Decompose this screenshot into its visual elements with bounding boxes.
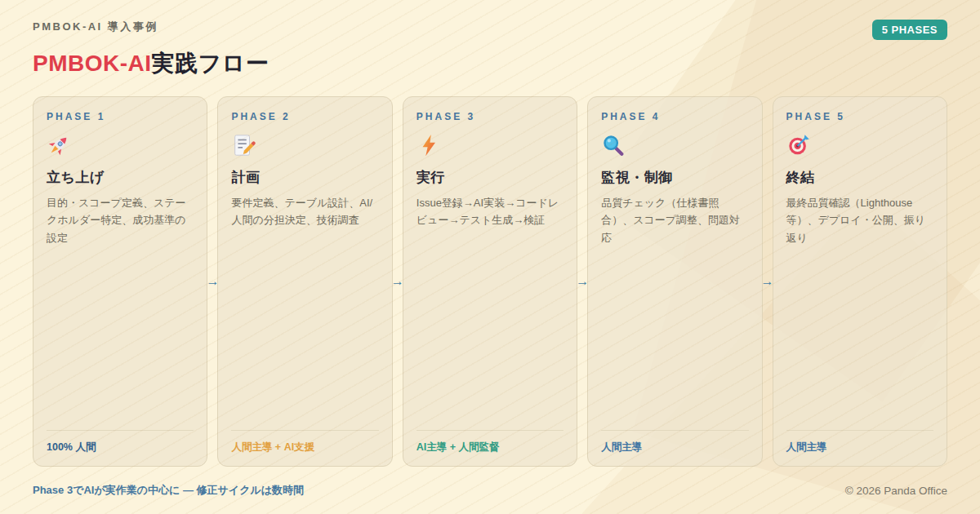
page-eyebrow: PMBOK-AI 導入事例 xyxy=(33,20,947,34)
flow-footnote: Phase 3でAIが実作業の中心に — 修正サイクルは数時間 xyxy=(33,483,304,498)
flow-arrow-icon: → xyxy=(206,274,219,289)
phase-title: 立ち上げ xyxy=(47,168,194,187)
page-title-accent: PMBOK-AI xyxy=(33,51,152,76)
phase-flow: PHASE 1 立ち上げ 目的・スコープ定義、ステークホルダー特定、成功基準の設… xyxy=(33,96,947,467)
phase-card: PHASE 4 監視・制御 品質チェック（仕様書照合）、スコープ調整、問題対応 … xyxy=(587,96,762,467)
rocket-icon xyxy=(47,133,71,157)
phase-label: PHASE 1 xyxy=(47,111,194,122)
phase-ownership-label: 人間主導 xyxy=(601,430,748,454)
phase-description: 目的・スコープ定義、ステークホルダー特定、成功基準の設定 xyxy=(47,194,194,246)
phase-title: 計画 xyxy=(231,168,378,187)
target-icon xyxy=(786,133,811,157)
phase-description: 最終品質確認（Lighthouse等）、デプロイ・公開、振り返り xyxy=(786,194,933,246)
phase-ownership-label: AI主導 + 人間監督 xyxy=(416,430,564,454)
phase-card: PHASE 2 計画 要件定義、テーブル設計、AI/人間の分担決定、技術調査 人… xyxy=(217,96,392,467)
phase-ownership-label: 100% 人間 xyxy=(47,430,194,454)
phase-count-badge: 5 PHASES xyxy=(872,20,947,40)
phase-card: PHASE 1 立ち上げ 目的・スコープ定義、ステークホルダー特定、成功基準の設… xyxy=(33,96,207,467)
phase-label: PHASE 4 xyxy=(601,111,748,122)
memo-icon xyxy=(231,133,256,157)
phase-label: PHASE 5 xyxy=(786,111,933,122)
phase-title: 終結 xyxy=(786,168,933,187)
rocket-icon xyxy=(47,133,71,157)
memo-icon xyxy=(231,133,256,157)
phase-card: PHASE 3 実行 Issue登録→AI実装→コードレビュー→テスト生成→検証… xyxy=(403,96,577,467)
phase-ownership-label: 人間主導 xyxy=(786,430,933,454)
lightning-icon xyxy=(416,133,441,157)
flow-arrow-icon: → xyxy=(761,274,774,289)
phase-description: Issue登録→AI実装→コードレビュー→テスト生成→検証 xyxy=(416,194,564,229)
phase-title: 監視・制御 xyxy=(601,168,748,187)
page-title-rest: 実践フロー xyxy=(152,51,270,76)
target-icon xyxy=(786,133,811,157)
flow-arrow-icon: → xyxy=(391,274,404,289)
page-title: PMBOK-AI実践フロー xyxy=(33,48,947,79)
flow-arrow-icon: → xyxy=(576,274,589,289)
lightning-icon xyxy=(416,133,441,157)
phase-card: PHASE 5 終結 最終品質確認（Lighthouse等）、デプロイ・公開、振… xyxy=(773,96,947,467)
phase-description: 要件定義、テーブル設計、AI/人間の分担決定、技術調査 xyxy=(231,194,378,229)
magnifier-icon xyxy=(601,133,626,157)
magnifier-icon xyxy=(601,133,626,157)
phase-ownership-label: 人間主導 + AI支援 xyxy=(231,430,378,454)
copyright: © 2026 Panda Office xyxy=(845,485,947,497)
phase-label: PHASE 3 xyxy=(416,111,564,122)
page-content: PMBOK-AI 導入事例 5 PHASES PMBOK-AI実践フロー PHA… xyxy=(0,0,980,514)
phase-description: 品質チェック（仕様書照合）、スコープ調整、問題対応 xyxy=(601,194,748,246)
phase-label: PHASE 2 xyxy=(231,111,378,122)
bottom-row: Phase 3でAIが実作業の中心に — 修正サイクルは数時間 © 2026 P… xyxy=(33,483,947,498)
phase-title: 実行 xyxy=(416,168,564,187)
